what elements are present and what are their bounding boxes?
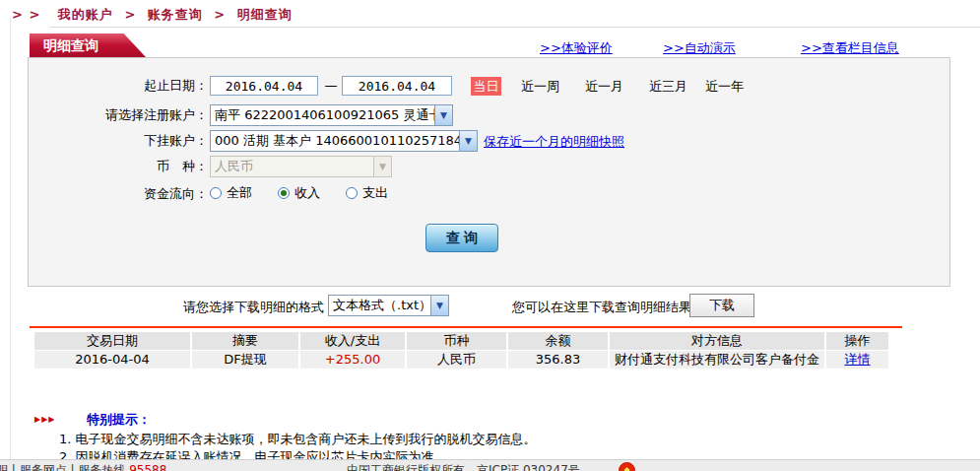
header-amount: 收入/支出 — [300, 332, 407, 350]
hotline-number: 95588 — [129, 463, 166, 471]
query-button[interactable]: 查 询 — [425, 224, 498, 252]
date-range-dash: — — [322, 76, 340, 96]
currency-row: 币 种： 人民币 ▼ — [29, 155, 949, 180]
fund-flow-row: 资金流向： 全部 收入 支出 — [29, 182, 949, 208]
notice-title: 特别提示： — [87, 411, 151, 429]
radio-all-label: 全部 — [227, 184, 252, 202]
breadcrumb-detail-query[interactable]: 明细查询 — [237, 7, 293, 22]
dropdown-arrow-icon[interactable]: ▼ — [430, 296, 448, 315]
register-account-value: 南平 6222001406100921065 灵通卡 — [211, 105, 434, 125]
date-to-input[interactable] — [342, 76, 452, 96]
currency-value: 人民币 — [211, 157, 373, 176]
sub-account-label: 下挂账户： — [40, 129, 208, 153]
left-edge-divider — [10, 18, 11, 459]
register-account-row: 请选择注册账户： 南平 6222001406100921065 灵通卡 ▼ — [29, 103, 949, 129]
footer-copyright: 中国工商银行版权所有 京ICP证 030247号 — [347, 462, 580, 471]
header-counterparty: 对方信息 — [610, 332, 826, 350]
fund-flow-label: 资金流向： — [40, 182, 208, 206]
column-info-link[interactable]: >>查看栏目信息 — [801, 39, 899, 57]
dropdown-arrow-icon[interactable]: ▼ — [434, 105, 452, 125]
breadcrumb-divider — [49, 27, 980, 28]
date-range-label: 起止日期： — [40, 74, 208, 98]
date-range-row: 起止日期： — 当日 近一周 近一月 近三月 近一年 — [29, 74, 949, 100]
currency-select-disabled: 人民币 ▼ — [210, 156, 392, 177]
cell-counterparty: 财付通支付科技有限公司客户备付金 — [610, 351, 826, 369]
footer-links: 网站声明 | 服务网点 | 服务热线 95588 — [0, 462, 166, 471]
register-account-label: 请选择注册账户： — [40, 103, 208, 127]
radio-selected-icon — [278, 187, 290, 199]
table-header-row: 交易日期 摘要 收入/支出 币种 余额 对方信息 操作 — [34, 332, 888, 351]
tab-detail-query[interactable]: 明细查询 — [30, 34, 146, 57]
download-format-select[interactable]: 文本格式（.txt） ▼ — [328, 295, 449, 316]
detail-link[interactable]: 详情 — [845, 352, 871, 367]
register-account-select[interactable]: 南平 6222001406100921065 灵通卡 ▼ — [210, 104, 453, 126]
range-year-button[interactable]: 近一年 — [705, 77, 744, 96]
footer-bar: 网站声明 | 服务网点 | 服务热线 95588 中国工商银行版权所有 京ICP… — [0, 459, 980, 471]
range-quarter-button[interactable]: 近三月 — [649, 77, 687, 96]
download-hint: 您可以在这里下载查询明细结果 — [512, 299, 691, 316]
cell-currency: 人民币 — [407, 351, 508, 369]
table-top-rule — [30, 326, 902, 328]
query-form-panel: 起止日期： — 当日 近一周 近一月 近三月 近一年 请选择注册账户： 南平 6… — [28, 57, 950, 287]
download-format-value: 文本格式（.txt） — [329, 296, 430, 315]
range-week-button[interactable]: 近一周 — [521, 77, 559, 96]
dropdown-arrow-icon[interactable]: ▼ — [459, 131, 477, 151]
radio-icon — [210, 187, 222, 199]
radio-income[interactable]: 收入 — [278, 184, 320, 202]
radio-icon — [346, 187, 358, 199]
breadcrumb-separator: > — [124, 7, 136, 22]
date-from-input[interactable] — [210, 76, 318, 96]
result-table: 交易日期 摘要 收入/支出 币种 余额 对方信息 操作 2016-04-04 D… — [34, 332, 888, 369]
header-action: 操作 — [826, 332, 888, 350]
breadcrumb-chevrons: > > — [12, 7, 40, 22]
bank-emblem-icon — [619, 462, 635, 471]
range-today-button[interactable]: 当日 — [471, 77, 501, 96]
tab-label: 明细查询 — [43, 37, 98, 53]
auto-demo-link[interactable]: >>自动演示 — [663, 39, 736, 57]
cell-summary: DF提现 — [192, 351, 300, 369]
sub-account-row: 下挂账户： 000 活期 基本户 1406600101102571848 ▼ 保… — [29, 129, 949, 155]
radio-expense-label: 支出 — [362, 184, 388, 202]
radio-all[interactable]: 全部 — [210, 184, 252, 202]
breadcrumb-account-query[interactable]: 账务查询 — [148, 7, 203, 22]
cell-date: 2016-04-04 — [34, 351, 192, 369]
download-format-label: 请您选择下载明细的格式 — [183, 299, 324, 316]
header-balance: 余额 — [508, 332, 610, 350]
breadcrumb-separator: > — [214, 7, 226, 22]
table-row: 2016-04-04 DF提现 +255.00 人民币 356.83 财付通支付… — [34, 351, 888, 369]
cell-balance: 356.83 — [508, 351, 610, 369]
breadcrumb: > > 我的账户 > 账务查询 > 明细查询 — [12, 6, 293, 24]
radio-income-label: 收入 — [294, 184, 320, 202]
download-button[interactable]: 下载 — [689, 294, 754, 317]
breadcrumb-my-account[interactable]: 我的账户 — [58, 7, 113, 22]
experience-rating-link[interactable]: >>体验评价 — [540, 39, 613, 57]
save-snapshot-link[interactable]: 保存近一个月的明细快照 — [484, 133, 624, 151]
dropdown-arrow-icon: ▼ — [373, 157, 391, 176]
header-summary: 摘要 — [192, 332, 300, 350]
header-currency: 币种 — [407, 332, 508, 350]
cell-amount: +255.00 — [300, 351, 407, 369]
fund-flow-radios: 全部 收入 支出 — [210, 184, 388, 202]
notice-item: 1. 电子现金交易明细不含未达账项，即未包含商户还未上传到我行的脱机交易信息。 — [59, 431, 537, 448]
radio-expense[interactable]: 支出 — [346, 184, 388, 202]
notice-arrows-icon: ▶▶▶ — [34, 415, 55, 424]
range-month-button[interactable]: 近一月 — [585, 77, 623, 96]
sub-account-select[interactable]: 000 活期 基本户 1406600101102571848 ▼ — [210, 130, 478, 152]
currency-label: 币 种： — [40, 155, 208, 178]
header-date: 交易日期 — [34, 332, 192, 350]
sub-account-value: 000 活期 基本户 1406600101102571848 — [211, 131, 459, 151]
